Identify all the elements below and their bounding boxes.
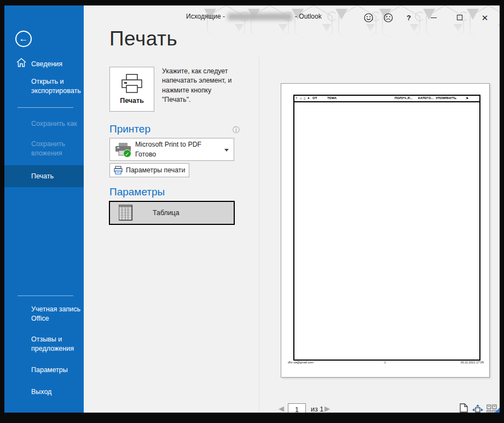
previous-page-button[interactable]: ◀ [279,404,284,413]
print-options-button[interactable]: Параметры печати [109,163,189,177]
printer-ready-check-icon: ✓ [123,149,131,158]
frown-icon [384,13,393,22]
sidebar-item-office-account[interactable]: Учетная запись Office [31,305,82,323]
print-style-table-label: Таблица [153,209,179,217]
footer-datetime: 30.11.2021 17:06 [461,361,484,364]
page-number-input[interactable] [288,403,306,413]
print-preview-page: ! ☆ ▯ ● ОТ ТЕМА ПОЛУЧ... Р... КАТЕГО... … [281,83,490,378]
sidebar-divider-top [18,107,73,108]
col-categories: КАТЕГО... [418,96,433,100]
print-style-table-option[interactable]: Таблица [109,201,235,225]
redacted-account-name [228,13,292,20]
col-reminder-icon: ☆ [299,96,302,100]
minimize-icon [431,18,437,18]
printer-section-heading: Принтер [109,123,150,135]
footer-email: dhx.ua@gmail.com [288,361,314,364]
col-subject: ТЕМА [327,96,337,100]
sidebar-item-feedback[interactable]: Отзывы и предложения [31,335,82,354]
close-button[interactable]: ✕ [478,12,492,23]
sidebar-item-open-export[interactable]: Открыть и экспортировать [31,77,82,96]
backstage-sidebar: ← Сведения Открыть и экспортировать Сохр… [4,5,84,413]
feedback-smile-button[interactable] [361,12,375,23]
page-count-label: из 1 [311,405,323,413]
maximize-button[interactable] [453,12,467,23]
print-options-icon [114,166,123,175]
sidebar-divider-bottom [18,295,73,296]
actual-size-button[interactable]: 100 [459,403,468,413]
smiley-icon [364,13,373,22]
preview-table-header: ! ☆ ▯ ● ОТ ТЕМА ПОЛУЧ... Р... КАТЕГО... … [294,96,479,102]
sidebar-item-options[interactable]: Параметры [31,366,82,375]
sidebar-item-info[interactable]: Сведения [31,60,82,69]
settings-section-heading: Параметры [109,186,165,198]
window-title-prefix: Исходящие - [186,13,225,20]
col-mention: УПОМЯНУТЬ [436,96,456,100]
minimize-button[interactable] [426,12,441,23]
printer-select[interactable]: ✓ Microsoft Print to PDF Готово [109,138,234,161]
sidebar-item-save-as: Сохранить как [31,119,82,129]
printer-status: Готово [135,150,156,158]
sidebar-item-save-attachments: Сохранить вложения [31,140,82,158]
print-button[interactable]: Печать [109,67,154,112]
print-instruction-text: Укажите, как следует напечатать элемент,… [162,67,242,105]
maximize-icon [457,15,462,20]
next-page-button[interactable]: ▶ [325,404,330,413]
close-icon: ✕ [482,14,489,22]
back-button[interactable]: ← [15,31,32,47]
printer-name: Microsoft Print to PDF [135,141,201,148]
table-style-icon [119,205,134,222]
help-button[interactable]: ? [402,12,416,23]
printer-icon [120,74,143,94]
dropdown-caret-icon [224,149,229,152]
window-title: Исходящие - - Outlook [186,11,322,21]
sidebar-item-print-highlight[interactable]: Печать [4,165,84,187]
col-importance-icon: ! [296,96,297,100]
sidebar-item-exit[interactable]: Выход [31,387,82,397]
col-item-type-icon: ▯ [304,96,305,100]
back-arrow-icon: ← [19,33,28,44]
fit-to-page-button[interactable] [472,404,483,413]
fit-to-page-icon [472,404,483,413]
page-title: Печать [109,27,177,50]
footer-page-number: 1 [384,361,386,364]
sidebar-item-print[interactable]: Печать [31,172,82,181]
col-size: Р... [408,96,412,100]
col-from: ОТ [312,96,317,100]
next-page-icon: ▶ [325,404,330,413]
question-icon: ? [407,14,411,22]
print-options-label: Параметры печати [126,166,185,174]
resize-grip[interactable] [495,408,500,413]
col-received: ПОЛУЧ... [395,96,409,100]
info-icon[interactable]: ⓘ [233,125,240,135]
svg-text:100: 100 [460,412,467,413]
previous-page-icon: ◀ [279,404,284,413]
feedback-frown-button[interactable] [381,12,395,23]
print-button-label: Печать [120,97,144,105]
home-icon [16,58,26,67]
col-flag-icon: ⚑ [466,96,468,100]
outlook-backstage-window: Исходящие - - Outlook ? ✕ ← [4,5,500,413]
preview-table: ! ☆ ▯ ● ОТ ТЕМА ПОЛУЧ... Р... КАТЕГО... … [293,95,480,361]
pane-divider [259,57,259,412]
window-title-suffix: - Outlook [295,13,322,20]
col-attachment-icon: ● [308,96,310,100]
actual-size-icon: 100 [459,403,468,413]
